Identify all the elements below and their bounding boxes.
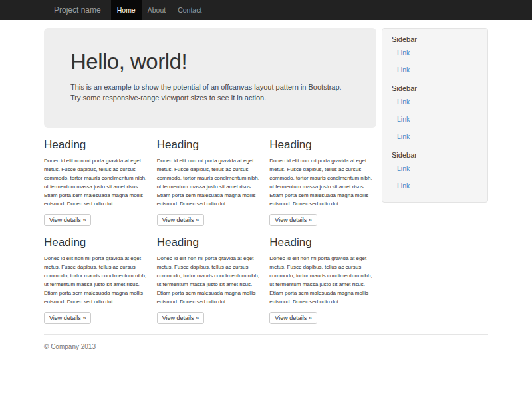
sidebar-group: SidebarLinkLinkLink <box>392 84 478 145</box>
card-heading: Heading <box>157 236 264 249</box>
footer: © Company 2013 <box>44 334 488 370</box>
card-text: Donec id elit non mi porta gravida at eg… <box>44 156 151 208</box>
card-heading: Heading <box>44 236 151 249</box>
navbar-menu: HomeAboutContact <box>111 0 208 20</box>
content-card: HeadingDonec id elit non mi porta gravid… <box>44 138 151 226</box>
sidebar-heading: Sidebar <box>392 35 478 43</box>
cards-grid: HeadingDonec id elit non mi porta gravid… <box>44 138 376 324</box>
content-card: HeadingDonec id elit non mi porta gravid… <box>157 138 264 226</box>
sidebar-group: SidebarLinkLink <box>392 151 478 194</box>
sidebar-group: SidebarLinkLink <box>392 35 478 78</box>
card-text: Donec id elit non mi porta gravida at eg… <box>269 156 376 208</box>
card-heading: Heading <box>269 236 376 249</box>
sidebar-link[interactable]: Link <box>392 93 478 110</box>
sidebar-link[interactable]: Link <box>392 61 478 78</box>
view-details-button[interactable]: View details » <box>44 312 91 324</box>
jumbotron: Hello, world! This is an example to show… <box>44 28 376 128</box>
view-details-button[interactable]: View details » <box>269 214 317 226</box>
card-heading: Heading <box>157 138 264 152</box>
content-card: HeadingDonec id elit non mi porta gravid… <box>44 236 151 324</box>
content-card: HeadingDonec id elit non mi porta gravid… <box>269 236 376 324</box>
view-details-button[interactable]: View details » <box>157 214 204 226</box>
nav-item-wrap: Contact <box>172 0 207 20</box>
nav-item-contact[interactable]: Contact <box>172 0 207 20</box>
card-text: Donec id elit non mi porta gravida at eg… <box>157 156 264 208</box>
content-row: Hello, world! This is an example to show… <box>44 28 488 324</box>
sidebar-panel: SidebarLinkLinkSidebarLinkLinkLinkSideba… <box>382 28 488 203</box>
sidebar-heading: Sidebar <box>392 151 478 159</box>
card-text: Donec id elit non mi porta gravida at eg… <box>44 254 151 306</box>
nav-item-about[interactable]: About <box>142 0 172 20</box>
nav-item-wrap: Home <box>111 0 142 20</box>
sidebar-heading: Sidebar <box>392 84 478 92</box>
footer-text: © Company 2013 <box>44 343 488 350</box>
card-heading: Heading <box>44 138 151 152</box>
content-card: HeadingDonec id elit non mi porta gravid… <box>157 236 264 324</box>
content-card: HeadingDonec id elit non mi porta gravid… <box>269 138 376 226</box>
sidebar-link[interactable]: Link <box>392 44 478 61</box>
view-details-button[interactable]: View details » <box>157 312 204 324</box>
sidebar-link[interactable]: Link <box>392 110 478 128</box>
navbar: Project name HomeAboutContact <box>0 0 532 20</box>
page: Project name HomeAboutContact Hello, wor… <box>0 0 532 399</box>
card-heading: Heading <box>269 138 376 152</box>
jumbotron-title: Hello, world! <box>70 51 350 74</box>
sidebar-link[interactable]: Link <box>392 160 478 177</box>
jumbotron-text: This is an example to show the potential… <box>70 82 350 104</box>
sidebar-link[interactable]: Link <box>392 128 478 145</box>
nav-item-home[interactable]: Home <box>111 0 142 20</box>
navbar-brand[interactable]: Project name <box>44 0 111 20</box>
main-container: Hello, world! This is an example to show… <box>44 28 488 370</box>
navbar-container: Project name HomeAboutContact <box>44 0 488 20</box>
nav-item-wrap: About <box>142 0 172 20</box>
sidebar-link[interactable]: Link <box>392 177 478 194</box>
view-details-button[interactable]: View details » <box>269 312 317 324</box>
card-text: Donec id elit non mi porta gravida at eg… <box>269 254 376 306</box>
view-details-button[interactable]: View details » <box>44 214 91 226</box>
main-column: Hello, world! This is an example to show… <box>44 28 376 324</box>
card-text: Donec id elit non mi porta gravida at eg… <box>157 254 264 306</box>
